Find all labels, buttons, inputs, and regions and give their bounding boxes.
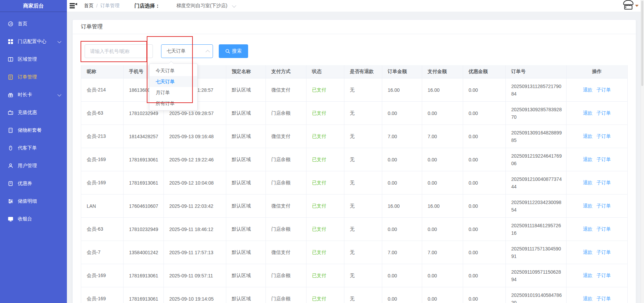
cell-order-no: 202509112203423009854 (506, 194, 567, 217)
sidebar: 商家后台 首页门店配置中心区域管理订单管理时长卡充值优惠储物柜套餐代客下单用户管… (0, 0, 67, 303)
sidebar-item-label: 收银台 (18, 216, 32, 222)
cell-time: 2025-09-13 09:16:48 (164, 125, 226, 148)
cell-refund: 无 (344, 218, 382, 241)
refund-link[interactable]: 退款 (583, 110, 592, 116)
sidebar-item-coupons[interactable]: 优惠券 (0, 175, 67, 192)
dropdown-option[interactable]: 七天订单 (149, 76, 197, 87)
suborder-link[interactable]: 子订单 (597, 203, 611, 209)
order-filter-select[interactable]: 七天订单 (161, 44, 213, 58)
cell-actions: 退款 子订单 (567, 148, 627, 171)
sidebar-item-area[interactable]: 区域管理 (0, 50, 67, 68)
sidebar-item-label: 时长卡 (18, 92, 32, 98)
cell-phone: 17816913061 (124, 287, 164, 303)
sidebar-item-proxy-order[interactable]: 代客下单 (0, 139, 67, 157)
app-window: 商家后台 首页门店配置中心区域管理订单管理时长卡充值优惠储物柜套餐代客下单用户管… (0, 0, 644, 303)
refund-link[interactable]: 退款 (583, 87, 592, 93)
refund-link[interactable]: 退款 (583, 203, 592, 209)
refund-link[interactable]: 退款 (583, 226, 592, 232)
store-selector[interactable]: 门店选择： 梯度空间自习室(下沙店) (134, 3, 235, 9)
order-filter-value: 七天订单 (167, 48, 186, 54)
cell-refund: 无 (344, 102, 382, 125)
dropdown-option[interactable]: 今天订单 (149, 65, 197, 76)
shop-icon[interactable] (622, 0, 634, 10)
cell-order-amount: 16.00 (382, 78, 422, 101)
refund-link[interactable]: 退款 (583, 157, 592, 163)
chevron-down-icon (57, 92, 61, 96)
sidebar-item-home[interactable]: 首页 (0, 15, 67, 33)
order-management-card: 订单管理 七天订单 搜索 (72, 19, 636, 303)
chevron-down-icon (57, 39, 61, 43)
store-selector-value[interactable]: 梯度空间自习室(下沙店) (176, 3, 227, 9)
sidebar-item-orders[interactable]: 订单管理 (0, 68, 67, 86)
suborder-link[interactable]: 子订单 (597, 87, 611, 93)
suborder-link[interactable]: 子订单 (597, 110, 611, 116)
sidebar-item-locker[interactable]: 储物柜套餐 (0, 121, 67, 139)
sidebar-item-time-card[interactable]: 时长卡 (0, 86, 67, 104)
page-scrollbar[interactable] (641, 0, 644, 303)
suborder-link[interactable]: 子订单 (597, 226, 611, 232)
sidebar-item-users[interactable]: 用户管理 (0, 157, 67, 175)
suborder-link[interactable]: 子订单 (597, 273, 611, 279)
status-badge: 已支付 (306, 194, 344, 217)
dashboard-icon (8, 21, 14, 27)
cell-order-no: 202509121922464176906 (506, 148, 567, 171)
breadcrumb-separator: / (96, 3, 98, 9)
cell-refund: 无 (344, 171, 382, 194)
suborder-link[interactable]: 子订单 (597, 133, 611, 140)
cell-nickname: 会员-169 (81, 287, 124, 303)
search-button[interactable]: 搜索 (219, 44, 248, 58)
cell-pay-amount: 0.00 (422, 148, 463, 171)
topbar-right (622, 0, 639, 12)
suborder-link[interactable]: 子订单 (597, 157, 611, 163)
cell-time: 2025-09-12 19:22:46 (164, 148, 226, 171)
chevron-down-icon (232, 3, 237, 8)
brand-title: 商家后台 (0, 0, 67, 12)
cell-pay-amount: 0.00 (422, 287, 463, 303)
table-row: 会员-169 17816913061 2025-09-11 09:57:11 默… (81, 264, 627, 287)
sidebar-item-label: 代客下单 (18, 145, 37, 151)
cell-order-amount: 0.00 (382, 218, 422, 241)
wallet-icon (8, 110, 14, 116)
cell-time: 2025-09-12 10:04:08 (164, 171, 226, 194)
caret-down-icon[interactable] (635, 5, 639, 7)
scrollbar-thumb[interactable] (641, 1, 643, 86)
sidebar-item-recharge[interactable]: 充值优惠 (0, 104, 67, 121)
cell-refund: 无 (344, 125, 382, 148)
cell-pay-method: 门店余额 (266, 148, 306, 171)
hamburger-icon[interactable] (70, 3, 77, 9)
refund-link[interactable]: 退款 (583, 249, 592, 256)
refund-link[interactable]: 退款 (583, 296, 592, 302)
sidebar-item-store-config[interactable]: 门店配置中心 (0, 33, 67, 50)
cell-actions: 退款 子订单 (567, 194, 627, 217)
cell-refund: 无 (344, 78, 382, 101)
status-badge: 已支付 (306, 148, 344, 171)
refund-link[interactable]: 退款 (583, 180, 592, 186)
cell-order-amount: 0.00 (382, 264, 422, 287)
cell-refund: 无 (344, 287, 382, 303)
refund-link[interactable]: 退款 (583, 273, 592, 279)
cell-pay-method: 门店余额 (266, 287, 306, 303)
sidebar-item-balance-detail[interactable]: 储值明细 (0, 192, 67, 210)
dropdown-option[interactable]: 所有订单 (149, 98, 197, 109)
coupon-icon (8, 181, 14, 187)
refund-link[interactable]: 退款 (583, 133, 592, 140)
cell-time: 2025-09-11 09:57:11 (164, 264, 226, 287)
cell-order-amount: 0.00 (382, 102, 422, 125)
cell-actions: 退款 子订单 (567, 264, 627, 287)
cell-actions: 退款 子订单 (567, 241, 627, 264)
store-selector-label: 门店选择： (134, 3, 160, 9)
sidebar-item-label: 用户管理 (18, 163, 37, 169)
suborder-link[interactable]: 子订单 (597, 180, 611, 186)
suborder-link[interactable]: 子订单 (597, 296, 611, 302)
breadcrumb-current: 订单管理 (100, 3, 119, 9)
dropdown-option[interactable]: 月订单 (149, 87, 197, 98)
sidebar-item-cashier[interactable]: 收银台 (0, 210, 67, 228)
search-input[interactable] (85, 44, 153, 58)
cell-order-no: 202509121004087737444 (506, 171, 567, 194)
content-area: 订单管理 七天订单 搜索 (67, 12, 644, 303)
breadcrumb-home[interactable]: 首页 (84, 3, 94, 9)
suborder-link[interactable]: 子订单 (597, 249, 611, 256)
sidebar-item-label: 订单管理 (18, 74, 37, 80)
cell-pay-amount: 0.00 (422, 264, 463, 287)
cell-refund: 无 (344, 241, 382, 264)
